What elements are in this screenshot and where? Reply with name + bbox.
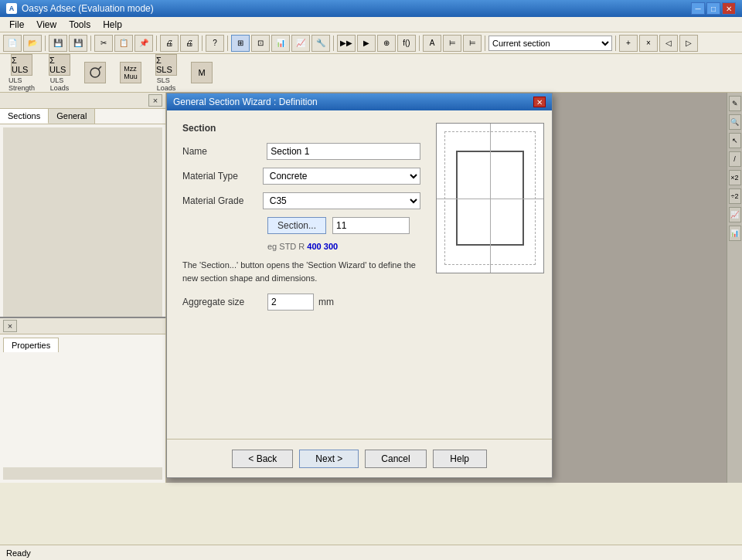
run2-button[interactable]: ▶ — [357, 35, 376, 52]
minimize-button[interactable]: ─ — [691, 2, 705, 15]
separator7 — [419, 36, 420, 51]
close-button[interactable]: ✕ — [722, 2, 736, 15]
next-button[interactable]: Next > — [299, 450, 359, 468]
section-remove-button[interactable]: × — [639, 35, 658, 52]
align2-button[interactable]: ⊨ — [463, 35, 482, 52]
copy-button[interactable]: 📋 — [114, 35, 133, 52]
dialog-footer: < Back Next > Cancel Help — [167, 439, 552, 477]
section-view-button[interactable]: ⊡ — [251, 35, 270, 52]
name-row: Name — [182, 143, 420, 160]
print-button[interactable]: 🖨 — [160, 35, 179, 52]
help-button[interactable]: ? — [206, 35, 224, 52]
uls-strength-icon: Σ ULS — [11, 54, 32, 76]
mzz-button[interactable]: MzzMuu — [114, 59, 147, 87]
separator6 — [333, 36, 334, 51]
m-icon: M — [191, 62, 213, 83]
example-row: eg STD R 400 300 — [267, 242, 420, 251]
main-content: × Sections General × Properties ✎ 🔍 ↖ / … — [0, 93, 742, 483]
section-header: Section — [182, 123, 420, 134]
mzz-icon: MzzMuu — [120, 62, 141, 83]
separator3 — [156, 36, 157, 51]
section-wizard-button[interactable]: Section... — [267, 217, 326, 234]
section-left-button[interactable]: ◁ — [659, 35, 678, 52]
menu-tools[interactable]: Tools — [63, 18, 97, 32]
help-dialog-button[interactable]: Help — [433, 450, 487, 468]
separator1 — [45, 36, 46, 51]
preview-inner — [437, 124, 543, 273]
sls-loads-icon: Σ SLS — [155, 54, 177, 76]
mm-unit-label: mm — [318, 297, 334, 307]
print2-button[interactable]: 🖨 — [180, 35, 199, 52]
properties-close[interactable]: × — [3, 320, 17, 332]
toolbar2: Σ ULS ULSStrength Σ ULS ULSLoads MzzMuu … — [0, 54, 742, 93]
dialog-title: General Section Wizard : Definition — [173, 97, 318, 107]
info-text: The 'Section...' button opens the 'Secti… — [182, 259, 420, 284]
sls-loads-button[interactable]: Σ SLS SLSLoads — [150, 52, 182, 94]
m-button[interactable]: M — [186, 59, 218, 87]
material-grade-select[interactable]: C35 C40 C50 — [263, 192, 420, 209]
dialog-body: Section Name Material Type Concrete Stee… — [167, 110, 552, 331]
back-button[interactable]: < Back — [232, 450, 293, 468]
section-input[interactable] — [332, 217, 410, 234]
tab-general[interactable]: General — [49, 109, 95, 124]
tools2-button[interactable]: 🔧 — [311, 35, 330, 52]
section-right-button[interactable]: ▷ — [679, 35, 698, 52]
properties-panel: × Properties — [0, 317, 166, 467]
section-view-btn[interactable] — [79, 59, 111, 87]
new-button[interactable]: 📄 — [3, 35, 22, 52]
left-panel-header: × — [0, 93, 165, 109]
text-button[interactable]: A — [423, 35, 441, 52]
separator8 — [485, 36, 485, 51]
aggregate-size-input[interactable] — [267, 294, 314, 311]
left-panel-close[interactable]: × — [148, 94, 162, 107]
run-button[interactable]: ▶▶ — [337, 35, 356, 52]
align-button[interactable]: ⊨ — [443, 35, 461, 52]
separator9 — [615, 36, 616, 51]
cancel-button[interactable]: Cancel — [365, 450, 426, 468]
uls-loads-button[interactable]: Σ ULS ULSLoads — [43, 52, 76, 94]
sls-loads-label: SLSLoads — [157, 76, 176, 92]
section-table-button[interactable]: ⊞ — [231, 35, 250, 52]
section-row: Section... — [182, 217, 420, 234]
toolbar1: 📄 📂 💾 💾 ✂ 📋 📌 🖨 🖨 ? ⊞ ⊡ 📊 📈 🔧 ▶▶ ▶ ⊕ f()… — [0, 32, 742, 54]
properties-tab-area: Properties — [0, 334, 165, 355]
save-button[interactable]: 💾 — [49, 35, 67, 52]
menu-file[interactable]: File — [3, 18, 30, 32]
material-grade-row: Material Grade C35 C40 C50 — [182, 192, 420, 209]
diagram-button[interactable]: 📊 — [271, 35, 290, 52]
open-button[interactable]: 📂 — [23, 35, 42, 52]
maximize-button[interactable]: □ — [706, 2, 720, 15]
material-type-select[interactable]: Concrete Steel Timber — [263, 168, 420, 185]
status-text: Ready — [6, 548, 31, 558]
properties-tab[interactable]: Properties — [3, 338, 59, 352]
func-button[interactable]: f() — [397, 35, 416, 52]
name-input[interactable] — [267, 143, 420, 160]
left-tabs: Sections General — [0, 109, 165, 124]
section-view-icon — [84, 62, 106, 83]
paste-button[interactable]: 📌 — [134, 35, 153, 52]
dialog-close-button[interactable]: ✕ — [533, 97, 546, 107]
aggregate-size-label: Aggregate size — [182, 297, 267, 307]
status-bar: Ready — [0, 545, 742, 560]
example-text: eg STD R 400 300 — [267, 242, 338, 251]
stop-button[interactable]: ⊕ — [377, 35, 396, 52]
tab-sections[interactable]: Sections — [0, 109, 49, 124]
section-add-button[interactable]: + — [619, 35, 638, 52]
material-type-row: Material Type Concrete Steel Timber — [182, 168, 420, 185]
aggregate-size-row: Aggregate size mm — [182, 294, 420, 311]
uls-loads-icon: Σ ULS — [49, 54, 70, 76]
menu-help[interactable]: Help — [97, 18, 128, 32]
cut-button[interactable]: ✂ — [94, 35, 113, 52]
menu-bar: File View Tools Help — [0, 17, 742, 32]
save2-button[interactable]: 💾 — [69, 35, 87, 52]
menu-view[interactable]: View — [30, 18, 63, 32]
graph-button[interactable]: 📈 — [291, 35, 310, 52]
current-section-dropdown[interactable]: Current section — [488, 36, 612, 51]
uls-loads-label: ULSLoads — [50, 76, 70, 92]
name-label: Name — [182, 146, 267, 157]
uls-strength-button[interactable]: Σ ULS ULSStrength — [3, 52, 40, 94]
app-title: Oasys Adsec (Evaluation mode) — [22, 3, 154, 14]
app-icon: A — [6, 3, 17, 14]
uls-strength-label: ULSStrength — [9, 76, 35, 92]
dialog-title-bar: General Section Wizard : Definition ✕ — [167, 93, 552, 110]
